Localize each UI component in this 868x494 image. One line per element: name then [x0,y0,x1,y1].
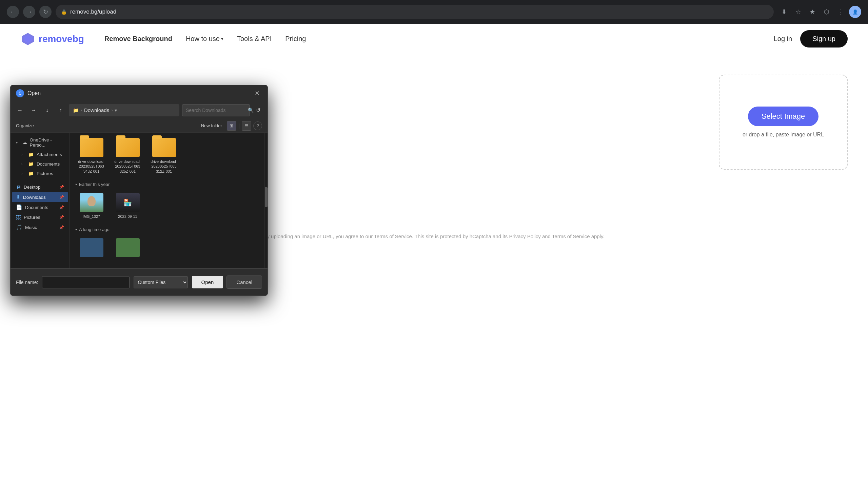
file-label: 2022-09-11 [118,214,137,219]
logo-area[interactable]: removebg [20,32,84,46]
help-button[interactable]: ? [253,121,262,130]
organize-btn[interactable]: Organize [16,123,34,128]
sidebar-item-pictures-cloud[interactable]: › 📁 Pictures [12,169,68,178]
sidebar-item-onedrive[interactable]: ▾ ☁ OneDrive - Perso... [12,135,68,150]
sidebar-item-downloads[interactable]: ⬇ Downloads 📌 [12,192,68,202]
expand-arrow-icon: › [21,162,25,166]
image-thumbnail [80,193,103,212]
folder-icon: 📁 [28,171,34,176]
view-details-button[interactable]: ☰ [242,121,251,131]
profile-button[interactable]: 👤 [849,6,861,18]
dialog-forward-button[interactable]: → [28,105,39,116]
file-type-select[interactable]: Custom Files [134,276,188,288]
browser-right-icons: ⬇ ☆ ★ ⬡ ⋮ 👤 [778,6,861,18]
image-item-img1027[interactable]: IMG_1027 [75,190,107,222]
folder-thumbnail [80,138,103,157]
folder-item-3[interactable]: drive-download-20230525T063312Z-001 [148,135,180,176]
dialog-search-bar[interactable]: 🔍 [182,104,250,116]
dialog-title: Open [27,90,249,96]
pictures-icon: 🖼 [16,214,21,220]
logo-text: removebg [39,34,84,44]
section-arrow-icon: ▾ [75,183,77,186]
refresh-button[interactable]: ↻ [39,6,52,18]
path-dropdown-button[interactable]: ▾ [115,108,117,113]
file-name-input[interactable] [42,276,129,288]
folder-thumbnail [116,138,140,157]
dialog-close-button[interactable]: ✕ [252,88,262,98]
pin-icon: 📌 [59,225,64,230]
image-item-2022[interactable]: 🏪 2022-09-11 [112,190,144,222]
sidebar-item-desktop[interactable]: 🖥 Desktop 📌 [12,182,68,192]
upload-area[interactable]: Select Image or drop a file, paste image… [719,75,848,170]
file-open-dialog[interactable]: C Open ✕ ← → ↓ ↑ 📁 › Downloads › ▾ [10,85,268,296]
new-folder-btn[interactable]: New folder [201,123,222,128]
folder-item-2[interactable]: drive-download-20230525T063325Z-001 [112,135,144,176]
image-thumbnail [80,238,103,257]
section-long-ago[interactable]: ▾ A long time ago [75,224,259,235]
section-label: Earlier this year [79,182,110,187]
file-item-partial-2[interactable] [112,235,144,260]
open-button[interactable]: Open [192,276,223,288]
refresh-button[interactable]: ↺ [253,105,263,116]
dialog-sidebar: ▾ ☁ OneDrive - Perso... › 📁 Attachments … [11,133,70,268]
dialog-down-button[interactable]: ↓ [42,105,53,116]
pin-icon: 📌 [59,205,64,210]
folder-icon: 📁 [28,152,34,157]
search-input[interactable] [186,108,245,113]
file-label: drive-download-20230525T063343Z-001 [78,159,105,174]
path-separator: › [111,108,113,113]
pin-icon: 📌 [59,215,64,220]
upload-hint: or drop a file, paste image or URL [743,132,824,138]
sidebar-item-documents-cloud[interactable]: › 📁 Documents [12,159,68,169]
nav-tools-api[interactable]: Tools & API [237,35,272,43]
login-button[interactable]: Log in [774,35,792,43]
scrollbar-thumb[interactable] [265,187,268,207]
file-name-label: File name: [16,280,38,285]
sidebar-label: Downloads [23,195,46,200]
file-item-partial-1[interactable] [75,235,107,260]
path-arrow: › [81,108,82,113]
nav-how-to-use[interactable]: How to use ▾ [186,35,223,43]
upload-button[interactable]: Select Image [748,107,818,126]
chevron-down-icon: ▾ [221,36,223,41]
recent-folders-grid: drive-download-20230525T063343Z-001 driv… [75,135,259,176]
dialog-back-button[interactable]: ← [15,105,25,116]
file-label: drive-download-20230525T063325Z-001 [114,159,141,174]
sidebar-label: Documents [37,162,60,167]
dialog-scrollbar[interactable] [264,133,268,268]
folder-item-1[interactable]: drive-download-20230525T063343Z-001 [75,135,107,176]
download-icon-btn[interactable]: ⬇ [778,6,790,18]
back-button[interactable]: ← [7,6,19,18]
sidebar-item-pictures[interactable]: 🖼 Pictures 📌 [12,212,68,222]
more-icon-btn[interactable]: ⋮ [835,6,847,18]
dialog-up-button[interactable]: ↑ [55,105,66,116]
path-icon: 📁 [73,108,79,113]
cancel-button[interactable]: Cancel [226,276,262,289]
current-path-label: Downloads [84,107,109,113]
sidebar-item-music[interactable]: 🎵 Music 📌 [12,222,68,232]
signup-button[interactable]: Sign up [800,30,848,48]
expand-arrow-icon: ▾ [16,141,20,145]
sidebar-label: Pictures [37,171,53,176]
image-thumbnail: 🏪 [116,193,140,212]
section-arrow-icon: ▾ [75,228,77,231]
bookmark-icon-btn[interactable]: ☆ [792,6,804,18]
music-icon: 🎵 [16,224,22,230]
sidebar-label: Desktop [24,185,41,190]
view-thumbnails-button[interactable]: ⊞ [227,121,236,131]
section-earlier-this-year[interactable]: ▾ Earlier this year [75,179,259,190]
nav-pricing[interactable]: Pricing [285,35,306,43]
dialog-body: ▾ ☁ OneDrive - Perso... › 📁 Attachments … [11,133,268,268]
sidebar-item-attachments[interactable]: › 📁 Attachments [12,150,68,159]
extension-icon-btn[interactable]: ⬡ [821,6,833,18]
star-icon-btn[interactable]: ★ [806,6,818,18]
sidebar-item-documents[interactable]: 📄 Documents 📌 [12,202,68,212]
file-label: IMG_1027 [83,214,100,219]
folder-icon: 📁 [28,161,34,167]
address-bar[interactable]: 🔒 remove.bg/upload [56,5,774,19]
onedrive-label: OneDrive - Perso... [30,137,64,148]
sidebar-label: Pictures [24,215,40,220]
dialog-path-bar[interactable]: 📁 › Downloads › ▾ [69,104,179,116]
nav-remove-background[interactable]: Remove Background [104,35,172,43]
forward-button[interactable]: → [23,6,35,18]
